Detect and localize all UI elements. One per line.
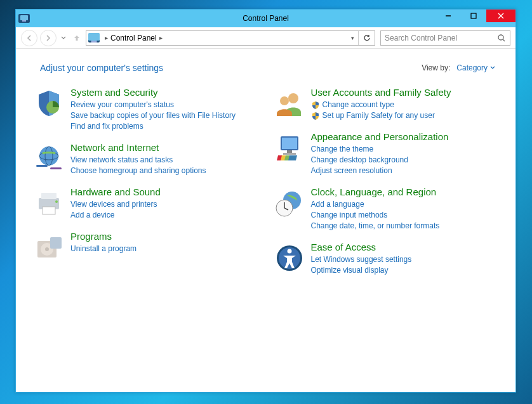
window-title: Control Panel <box>243 14 289 23</box>
category-link[interactable]: View devices and printers <box>70 199 161 210</box>
search-bar <box>380 30 510 46</box>
category-system-security: System and Security Review your computer… <box>34 87 258 132</box>
close-button[interactable] <box>486 10 515 22</box>
svg-point-36 <box>287 249 291 254</box>
view-by-value: Category <box>456 63 488 72</box>
category-link[interactable]: Choose homegroup and sharing options <box>70 166 206 176</box>
address-bar[interactable]: ▸ Control Panel ▸ ▾ <box>86 30 375 46</box>
left-column: System and Security Review your computer… <box>34 87 270 286</box>
history-dropdown[interactable] <box>59 36 68 40</box>
category-link[interactable]: Change date, time, or number formats <box>311 221 440 231</box>
window: Control Panel <box>15 9 516 393</box>
ease-of-access-icon <box>274 243 305 273</box>
breadcrumb-sep-icon: ▸ <box>159 34 163 41</box>
category-link[interactable]: Save backup copies of your files with Fi… <box>70 110 236 121</box>
svg-point-8 <box>498 35 503 40</box>
category-programs: Programs Uninstall a program <box>34 231 258 263</box>
category-link[interactable]: Let Windows suggest settings <box>311 254 412 265</box>
page-title: Adjust your computer's settings <box>40 63 163 73</box>
category-link[interactable]: Change input methods <box>311 210 440 221</box>
link-text: Change account type <box>323 100 394 110</box>
svg-rect-28 <box>287 150 292 153</box>
category-link[interactable]: View network status and tasks <box>70 155 206 166</box>
breadcrumb-sep-icon: ▸ <box>105 34 108 41</box>
up-button[interactable] <box>70 34 83 42</box>
category-link[interactable]: Change account type <box>311 100 451 110</box>
uac-shield-icon <box>311 112 320 121</box>
svg-rect-23 <box>50 237 62 249</box>
category-link[interactable]: Add a device <box>70 210 161 221</box>
svg-point-25 <box>280 96 289 105</box>
svg-rect-15 <box>50 167 62 169</box>
svg-point-11 <box>39 147 58 166</box>
category-link[interactable]: Change the theme <box>311 144 449 155</box>
address-dropdown-icon[interactable]: ▾ <box>347 35 358 41</box>
category-link[interactable]: Change desktop background <box>311 155 449 166</box>
toolbar: ▸ Control Panel ▸ ▾ <box>16 27 515 49</box>
search-icon[interactable] <box>493 34 510 42</box>
category-title[interactable]: Network and Internet <box>70 142 206 153</box>
titlebar: Control Panel <box>16 10 515 27</box>
svg-line-9 <box>503 39 505 41</box>
back-button[interactable] <box>21 30 37 46</box>
svg-rect-14 <box>36 165 48 167</box>
category-link[interactable]: Set up Family Safety for any user <box>311 110 451 121</box>
svg-rect-27 <box>282 138 297 149</box>
svg-rect-3 <box>471 13 476 18</box>
category-link[interactable]: Optimize visual display <box>311 265 412 276</box>
svg-rect-1 <box>22 20 26 22</box>
category-clock: Clock, Language, and Region Add a langua… <box>274 186 498 231</box>
view-by: View by: Category <box>422 63 495 72</box>
svg-rect-29 <box>283 153 296 155</box>
link-text: Set up Family Safety for any user <box>323 110 435 121</box>
category-network: Network and Internet View network status… <box>34 142 258 176</box>
svg-rect-17 <box>41 193 57 199</box>
svg-rect-6 <box>88 33 100 41</box>
category-title[interactable]: System and Security <box>70 87 236 98</box>
clock-icon <box>274 188 305 218</box>
category-users: User Accounts and Family Safety Change a… <box>274 87 498 121</box>
svg-point-24 <box>288 93 298 103</box>
minimize-button[interactable] <box>436 10 461 22</box>
category-hardware: Hardware and Sound View devices and prin… <box>34 186 258 221</box>
uac-shield-icon <box>311 101 320 110</box>
category-title[interactable]: Appearance and Personalization <box>311 131 449 142</box>
control-panel-icon <box>18 14 30 23</box>
svg-point-19 <box>55 200 58 203</box>
category-appearance: Appearance and Personalization Change th… <box>274 131 498 176</box>
view-by-dropdown[interactable]: Category <box>456 63 495 72</box>
category-title[interactable]: Clock, Language, and Region <box>311 186 440 197</box>
breadcrumb-icon <box>88 34 100 42</box>
category-link[interactable]: Adjust screen resolution <box>311 166 449 176</box>
svg-rect-0 <box>20 15 28 20</box>
appearance-icon <box>274 133 305 163</box>
chevron-down-icon <box>490 66 495 70</box>
category-title[interactable]: Hardware and Sound <box>70 186 161 197</box>
forward-button[interactable] <box>40 30 57 46</box>
globe-icon <box>34 143 64 174</box>
search-input[interactable] <box>381 31 493 45</box>
category-link[interactable]: Review your computer's status <box>70 100 236 110</box>
breadcrumb[interactable]: Control Panel <box>110 34 157 42</box>
svg-rect-7 <box>91 41 97 42</box>
category-link[interactable]: Uninstall a program <box>70 244 136 254</box>
maximize-button[interactable] <box>461 10 486 22</box>
content-area: Adjust your computer's settings View by:… <box>16 49 515 292</box>
category-title[interactable]: Ease of Access <box>311 242 412 252</box>
refresh-button[interactable] <box>358 31 375 45</box>
category-link[interactable]: Add a language <box>311 199 440 210</box>
shield-icon <box>34 88 64 119</box>
category-title[interactable]: User Accounts and Family Safety <box>311 87 451 98</box>
programs-icon <box>34 232 64 263</box>
svg-point-22 <box>45 247 49 251</box>
category-grid: System and Security Review your computer… <box>34 87 498 286</box>
category-ease: Ease of Access Let Windows suggest setti… <box>274 242 498 276</box>
view-by-label: View by: <box>422 63 450 72</box>
users-icon <box>274 88 305 119</box>
svg-rect-18 <box>43 207 55 214</box>
category-link[interactable]: Find and fix problems <box>70 121 236 132</box>
window-controls <box>436 10 515 23</box>
printer-icon <box>34 188 64 218</box>
right-column: User Accounts and Family Safety Change a… <box>270 87 498 286</box>
category-title[interactable]: Programs <box>70 231 136 242</box>
